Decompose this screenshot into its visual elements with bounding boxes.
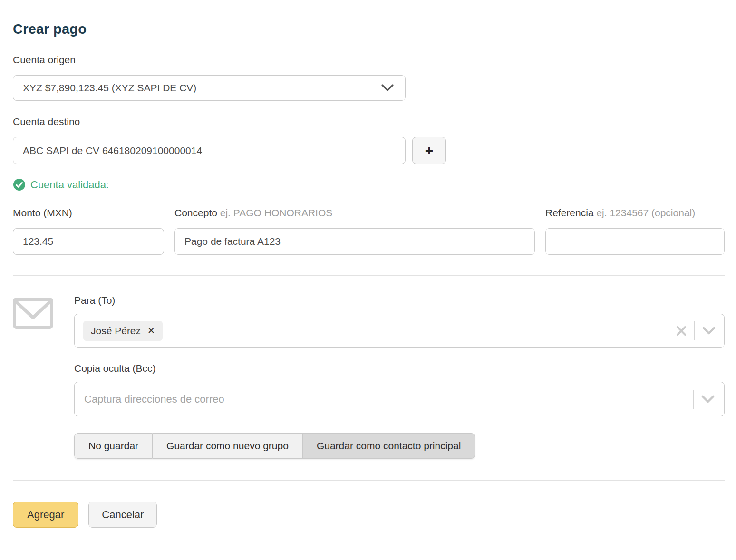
amount-label: Monto (MXN) — [13, 207, 164, 219]
to-recipients-input[interactable]: José Pérez ✕ — [74, 314, 725, 348]
origin-account-select[interactable]: XYZ $7,890,123.45 (XYZ SAPI DE CV) — [13, 75, 406, 101]
concept-value: Pago de factura A123 — [184, 236, 281, 247]
to-label: Para (To) — [74, 295, 725, 306]
create-payment-form: Crear pago Cuenta origen XYZ $7,890,123.… — [0, 0, 736, 528]
destination-account-input[interactable]: ABC SAPI de CV 646180209100000014 — [13, 137, 406, 164]
to-dropdown-chevron-icon[interactable] — [702, 327, 716, 335]
reference-label: Referencia ej. 1234567 (opcional) — [545, 207, 725, 219]
concept-input[interactable]: Pago de factura A123 — [174, 228, 535, 255]
bcc-dropdown-chevron-icon[interactable] — [701, 395, 715, 403]
save-contact-options: No guardar Guardar como nuevo grupo Guar… — [74, 433, 475, 459]
remove-recipient-icon[interactable]: ✕ — [147, 325, 155, 336]
save-option-nuevo-grupo[interactable]: Guardar como nuevo grupo — [153, 433, 303, 459]
bcc-input[interactable]: Captura direcciones de correo — [74, 382, 725, 416]
validated-message: Cuenta validada: — [30, 179, 109, 191]
recipient-name: José Pérez — [91, 325, 141, 337]
envelope-icon — [13, 298, 53, 459]
cancel-button[interactable]: Cancelar — [88, 502, 157, 528]
concept-label: Concepto ej. PAGO HONORARIOS — [174, 207, 535, 219]
section-divider — [13, 480, 725, 481]
destination-account-value: ABC SAPI de CV 646180209100000014 — [23, 145, 202, 156]
recipient-chip: José Pérez ✕ — [83, 321, 163, 341]
chevron-down-icon — [381, 84, 394, 92]
amount-input[interactable]: 123.45 — [13, 228, 164, 255]
origin-account-label: Cuenta origen — [13, 54, 725, 66]
reference-hint: ej. 1234567 (opcional) — [596, 207, 695, 218]
plus-icon: + — [425, 144, 434, 158]
bcc-label: Copia oculta (Bcc) — [74, 363, 725, 374]
add-account-button[interactable]: + — [412, 137, 446, 164]
save-option-no-guardar[interactable]: No guardar — [74, 433, 153, 459]
account-validated-status: Cuenta validada: — [13, 178, 725, 191]
origin-account-selected-value: XYZ $7,890,123.45 (XYZ SAPI DE CV) — [23, 82, 196, 94]
reference-input[interactable] — [545, 228, 725, 255]
save-option-contacto-principal[interactable]: Guardar como contacto principal — [303, 433, 475, 459]
page-title: Crear pago — [13, 21, 725, 37]
amount-value: 123.45 — [23, 236, 53, 247]
section-divider — [13, 275, 725, 276]
submit-button[interactable]: Agregar — [13, 502, 78, 528]
check-circle-icon — [13, 178, 26, 191]
bcc-placeholder: Captura direcciones de correo — [84, 393, 224, 406]
concept-hint: ej. PAGO HONORARIOS — [220, 207, 333, 218]
control-separator — [694, 321, 695, 340]
clear-recipients-icon[interactable] — [676, 326, 687, 336]
destination-account-label: Cuenta destino — [13, 116, 725, 127]
control-separator — [693, 390, 694, 409]
